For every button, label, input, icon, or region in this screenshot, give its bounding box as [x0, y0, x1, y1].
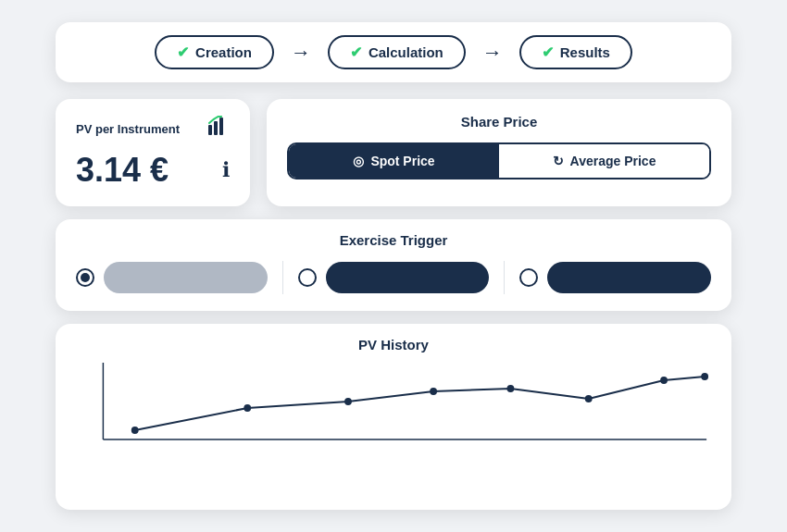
svg-rect-0	[208, 125, 212, 135]
pv-value: 3.14 €	[76, 151, 169, 190]
middle-row: PV per Instrument 3.14 € ℹ Share Price ◎…	[56, 99, 731, 206]
step-results[interactable]: ✔ Results	[519, 35, 632, 69]
radio-3[interactable]	[519, 268, 538, 287]
pv-history-chart	[76, 358, 711, 451]
radio-2[interactable]	[298, 268, 317, 287]
spot-price-label: Spot Price	[370, 154, 434, 168]
share-price-card: Share Price ◎ Spot Price ↻ Average Price	[267, 99, 731, 206]
pv-card: PV per Instrument 3.14 € ℹ	[56, 99, 250, 206]
svg-point-10	[507, 385, 515, 392]
step-calculation-check: ✔	[350, 43, 362, 61]
svg-point-13	[701, 373, 708, 380]
pv-history-title: PV History	[76, 337, 711, 353]
svg-point-6	[131, 427, 139, 434]
svg-point-12	[660, 377, 668, 384]
share-price-title: Share Price	[287, 114, 711, 130]
step-results-check: ✔	[542, 43, 554, 61]
trigger-group-2	[298, 262, 490, 293]
info-icon[interactable]: ℹ	[222, 158, 230, 182]
spot-price-button[interactable]: ◎ Spot Price	[289, 144, 499, 178]
step-creation[interactable]: ✔ Creation	[155, 35, 274, 69]
step-results-label: Results	[560, 44, 610, 60]
trigger-group-1	[76, 262, 268, 293]
stepper-card: ✔ Creation → ✔ Calculation → ✔ Results	[56, 22, 731, 82]
average-price-label: Average Price	[570, 154, 656, 168]
pv-card-top: PV per Instrument	[76, 116, 230, 142]
svg-rect-1	[214, 121, 218, 135]
svg-point-11	[585, 395, 593, 402]
pv-label: PV per Instrument	[76, 122, 180, 136]
svg-point-8	[344, 398, 352, 405]
pv-value-row: 3.14 € ℹ	[76, 151, 230, 190]
bar-chart-icon	[207, 116, 230, 142]
arrow-2: →	[482, 41, 503, 65]
exercise-trigger-card: Exercise Trigger	[56, 219, 731, 311]
divider-2	[504, 261, 505, 294]
pv-history-card: PV History	[56, 324, 731, 510]
radio-1[interactable]	[76, 268, 94, 287]
arrow-1: →	[291, 41, 311, 65]
trigger-group-3	[519, 262, 711, 293]
trigger-pill-1[interactable]	[104, 262, 268, 293]
average-price-button[interactable]: ↻ Average Price	[499, 144, 709, 178]
step-creation-check: ✔	[177, 43, 189, 61]
exercise-trigger-title: Exercise Trigger	[76, 232, 711, 248]
step-creation-label: Creation	[195, 44, 252, 60]
svg-point-9	[430, 388, 437, 395]
trigger-pill-2[interactable]	[326, 262, 490, 293]
divider-1	[282, 261, 283, 294]
average-price-icon: ↻	[553, 154, 564, 168]
step-calculation[interactable]: ✔ Calculation	[328, 35, 466, 69]
radio-1-fill	[81, 273, 90, 282]
share-price-toggle: ◎ Spot Price ↻ Average Price	[287, 142, 711, 179]
trigger-pill-3[interactable]	[547, 262, 711, 293]
spot-price-icon: ◎	[353, 154, 364, 168]
svg-point-7	[244, 404, 251, 412]
step-calculation-label: Calculation	[369, 44, 443, 60]
svg-rect-2	[219, 118, 223, 135]
trigger-row	[76, 261, 711, 294]
